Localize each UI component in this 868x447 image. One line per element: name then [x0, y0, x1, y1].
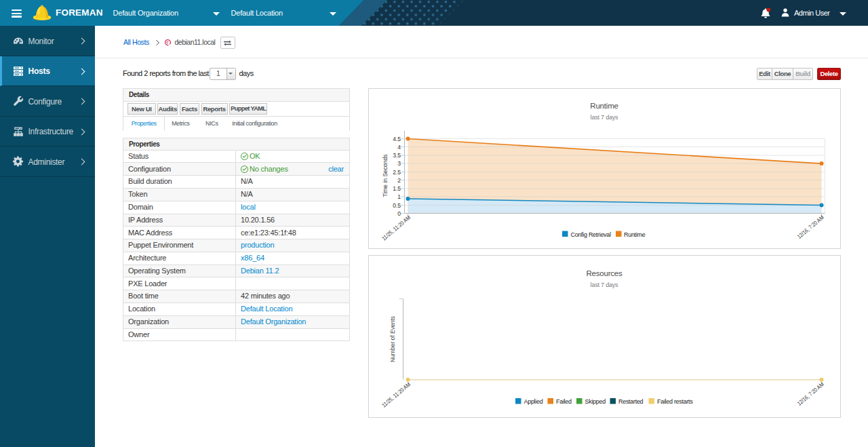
svg-text:Restarted: Restarted	[618, 398, 644, 405]
svg-text:3.5: 3.5	[393, 152, 401, 159]
svg-text:Time in Seconds: Time in Seconds	[382, 155, 389, 197]
svg-text:1.5: 1.5	[393, 185, 401, 192]
svg-text:last 7 days: last 7 days	[591, 114, 619, 121]
svg-text:2.5: 2.5	[393, 169, 401, 176]
svg-text:11/25, 11:20 AM: 11/25, 11:20 AM	[380, 214, 412, 241]
svg-text:Skipped: Skipped	[585, 398, 606, 405]
svg-text:0: 0	[397, 210, 401, 217]
svg-text:4.5: 4.5	[393, 136, 401, 142]
svg-text:3: 3	[397, 160, 401, 167]
svg-text:Failed restarts: Failed restarts	[657, 398, 693, 405]
svg-text:Number of Events: Number of Events	[389, 316, 396, 362]
svg-text:12/16, 7:20 AM: 12/16, 7:20 AM	[796, 214, 825, 240]
svg-text:12/16, 7:20 AM: 12/16, 7:20 AM	[796, 381, 825, 407]
svg-text:11/25, 11:20 AM: 11/25, 11:20 AM	[380, 381, 412, 408]
svg-text:Runtime: Runtime	[590, 102, 618, 110]
svg-text:4: 4	[397, 144, 401, 151]
svg-text:Runtime: Runtime	[624, 231, 646, 238]
svg-text:Failed: Failed	[556, 398, 572, 405]
svg-text:2: 2	[397, 177, 401, 184]
svg-text:last 7 days: last 7 days	[591, 281, 619, 288]
svg-text:Applied: Applied	[524, 398, 543, 405]
svg-text:Resources: Resources	[586, 269, 623, 277]
svg-text:1: 1	[397, 193, 401, 200]
svg-text:Config Retrieval: Config Retrieval	[571, 231, 612, 238]
svg-text:0.5: 0.5	[393, 202, 401, 209]
